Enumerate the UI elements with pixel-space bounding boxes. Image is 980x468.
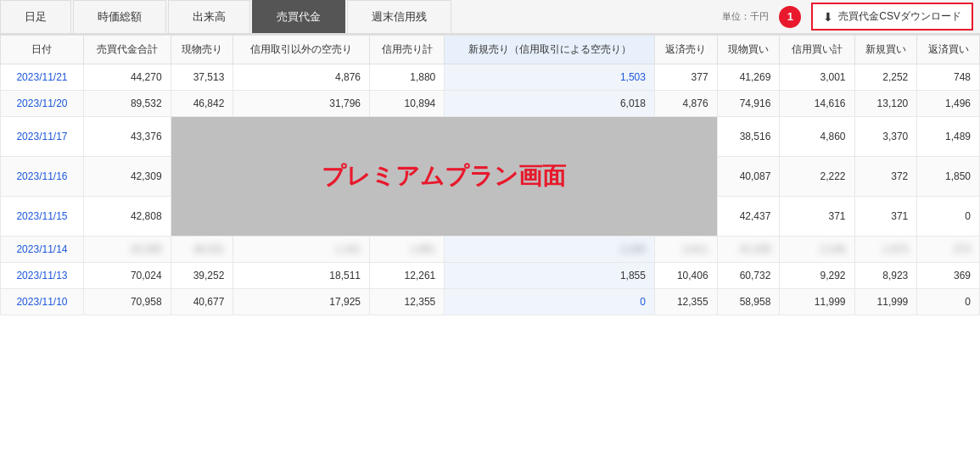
cell-genbutsu-buy: 42,437 (717, 196, 780, 236)
premium-text: プレミアムプラン画面 (322, 160, 566, 192)
cell-new-buy: 372 (854, 156, 917, 196)
cell-total: 42,808 (83, 196, 171, 236)
download-csv-button[interactable]: ⬇ 売買代金CSVダウンロード (811, 3, 973, 31)
cell-7: 41,269 (717, 64, 780, 90)
cell-0: 2023/11/14 (1, 236, 84, 262)
cell-9: 11,999 (854, 288, 917, 315)
cell-8: 2,246 (780, 236, 854, 262)
cell-date: 2023/11/17 (1, 116, 84, 156)
cell-6: 4,876 (654, 90, 717, 116)
cell-4: 12,355 (370, 288, 445, 315)
cell-3: 31,796 (233, 90, 370, 116)
cell-repay-buy: 0 (917, 196, 980, 236)
cell-4: 10,894 (370, 90, 445, 116)
cell-genbutsu-buy: 40,087 (717, 156, 780, 196)
unit-label: 単位：千円 (722, 10, 769, 23)
cell-total: 43,376 (83, 116, 171, 156)
tab-right-section: 単位：千円 1 ⬇ 売買代金CSVダウンロード (722, 3, 980, 31)
cell-1: 89,532 (83, 90, 171, 116)
cell-8: 3,001 (780, 64, 854, 90)
col-date: 日付 (1, 36, 84, 64)
cell-date: 2023/11/16 (1, 156, 84, 196)
cell-0: 2023/11/10 (1, 288, 84, 315)
cell-genbutsu-buy: 38,516 (717, 116, 780, 156)
premium-overlay-cell: プレミアムプラン画面 (171, 116, 717, 236)
cell-9: 13,120 (854, 90, 917, 116)
col-shinyou-other: 信用取引以外の空売り (233, 36, 370, 64)
cell-0: 2023/11/13 (1, 262, 84, 288)
col-new-sell: 新規売り（信用取引による空売り） (445, 36, 655, 64)
cell-shinyou-buy-total: 4,860 (780, 116, 854, 156)
download-btn-label: 売買代金CSVダウンロード (838, 9, 961, 24)
cell-8: 9,292 (780, 262, 854, 288)
cell-6: 12,355 (654, 288, 717, 315)
cell-9: 1,873 (854, 236, 917, 262)
cell-date: 2023/11/15 (1, 196, 84, 236)
cell-new-buy: 371 (854, 196, 917, 236)
cell-3: 17,925 (233, 288, 370, 315)
cell-repay-buy: 1,850 (917, 156, 980, 196)
table-row: 2023/11/1443,28536,0311,1611,8612,2662,6… (1, 236, 980, 262)
cell-2: 46,842 (171, 90, 233, 116)
cell-2: 36,031 (171, 236, 233, 262)
cell-1: 44,270 (83, 64, 171, 90)
cell-4: 1,880 (370, 64, 445, 90)
cell-10: 748 (917, 64, 980, 90)
cell-5: 6,018 (445, 90, 655, 116)
cell-2: 37,513 (171, 64, 233, 90)
cell-3: 1,161 (233, 236, 370, 262)
cell-2: 39,252 (171, 262, 233, 288)
tab-bar: 日足 時価総額 出来高 売買代金 週末信用残 単位：千円 1 ⬇ 売買代金CSV… (0, 0, 980, 35)
cell-3: 18,511 (233, 262, 370, 288)
tab-shinyouzan[interactable]: 週末信用残 (347, 0, 451, 33)
cell-8: 14,616 (780, 90, 854, 116)
col-genbutsu-buy: 現物買い (717, 36, 780, 64)
premium-overlay: プレミアムプラン画面 (171, 117, 717, 236)
cell-4: 12,261 (370, 262, 445, 288)
col-repay-sell: 返済売り (654, 36, 717, 64)
cell-0: 2023/11/21 (1, 64, 84, 90)
cell-repay-buy: 1,489 (917, 116, 980, 156)
cell-total: 42,309 (83, 156, 171, 196)
cell-1: 70,024 (83, 262, 171, 288)
tab-nikkashi[interactable]: 日足 (0, 0, 71, 33)
cell-7: 41,039 (717, 236, 780, 262)
cell-5: 2,266 (445, 236, 655, 262)
table-row: 2023/11/1070,95840,67717,92512,355012,35… (1, 288, 980, 315)
cell-6: 377 (654, 64, 717, 90)
cell-5: 1,503 (445, 64, 655, 90)
cell-7: 58,958 (717, 288, 780, 315)
col-shinyou-sell-total: 信用売り計 (370, 36, 445, 64)
data-table: 日付 売買代金合計 現物売り 信用取引以外の空売り 信用売り計 新規売り（信用取… (0, 35, 980, 315)
badge-number: 1 (779, 6, 801, 28)
tab-dekidaka[interactable]: 出来高 (168, 0, 250, 33)
table-row: 2023/11/2089,53246,84231,79610,8946,0184… (1, 90, 980, 116)
cell-5: 1,855 (445, 262, 655, 288)
cell-1: 70,958 (83, 288, 171, 315)
col-total: 売買代金合計 (83, 36, 171, 64)
cell-9: 2,252 (854, 64, 917, 90)
cell-2: 40,677 (171, 288, 233, 315)
cell-new-buy: 3,370 (854, 116, 917, 156)
download-icon: ⬇ (823, 10, 833, 24)
cell-shinyou-buy-total: 2,222 (780, 156, 854, 196)
main-container: 日足 時価総額 出来高 売買代金 週末信用残 単位：千円 1 ⬇ 売買代金CSV… (0, 0, 980, 315)
col-new-buy: 新規買い (854, 36, 917, 64)
col-shinyou-buy-total: 信用買い計 (780, 36, 854, 64)
col-repay-buy: 返済買い (917, 36, 980, 64)
tab-jika[interactable]: 時価総額 (73, 0, 166, 33)
table-row: 2023/11/1370,02439,25218,51112,2611,8551… (1, 262, 980, 288)
cell-5: 0 (445, 288, 655, 315)
cell-8: 11,999 (780, 288, 854, 315)
cell-4: 1,861 (370, 236, 445, 262)
cell-7: 74,916 (717, 90, 780, 116)
cell-6: 2,611 (654, 236, 717, 262)
cell-6: 10,406 (654, 262, 717, 288)
cell-1: 43,285 (83, 236, 171, 262)
cell-3: 4,876 (233, 64, 370, 90)
cell-10: 373 (917, 236, 980, 262)
table-row: 2023/11/2144,27037,5134,8761,8801,503377… (1, 64, 980, 90)
cell-10: 1,496 (917, 90, 980, 116)
tab-baibaidaiken[interactable]: 売買代金 (252, 0, 345, 33)
table-header-row: 日付 売買代金合計 現物売り 信用取引以外の空売り 信用売り計 新規売り（信用取… (1, 36, 980, 64)
